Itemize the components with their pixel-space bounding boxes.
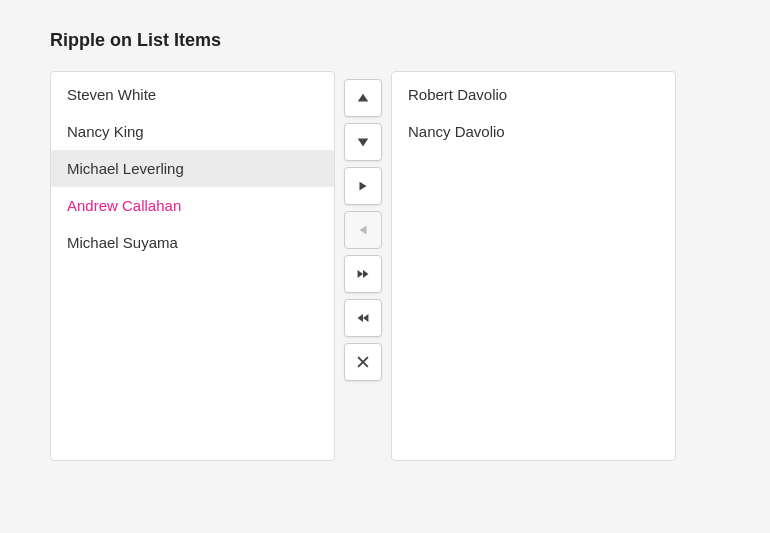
main-container: Steven WhiteNancy KingMichael LeverlingA… xyxy=(50,71,720,461)
controls-column xyxy=(335,71,391,389)
left-list-item-andrew-callahan[interactable]: Andrew Callahan xyxy=(51,187,334,224)
left-list: Steven WhiteNancy KingMichael LeverlingA… xyxy=(50,71,335,461)
right-list-item-robert-davolio[interactable]: Robert Davolio xyxy=(392,76,675,113)
remove-button[interactable] xyxy=(344,343,382,381)
svg-marker-1 xyxy=(358,139,369,147)
svg-marker-3 xyxy=(360,226,367,235)
right-list: Robert DavolioNancy Davolio xyxy=(391,71,676,461)
svg-marker-0 xyxy=(358,94,369,102)
move-all-left-button[interactable] xyxy=(344,299,382,337)
left-list-item-steven-white[interactable]: Steven White xyxy=(51,76,334,113)
move-right-button[interactable] xyxy=(344,167,382,205)
move-down-button[interactable] xyxy=(344,123,382,161)
left-list-item-nancy-king[interactable]: Nancy King xyxy=(51,113,334,150)
svg-marker-7 xyxy=(358,314,363,322)
page-title: Ripple on List Items xyxy=(50,30,720,51)
left-list-item-michael-suyama[interactable]: Michael Suyama xyxy=(51,224,334,261)
move-up-button[interactable] xyxy=(344,79,382,117)
svg-marker-4 xyxy=(358,270,363,278)
right-list-item-nancy-davolio[interactable]: Nancy Davolio xyxy=(392,113,675,150)
left-list-item-michael-leverling[interactable]: Michael Leverling xyxy=(51,150,334,187)
svg-marker-5 xyxy=(363,270,368,278)
svg-marker-6 xyxy=(363,314,368,322)
move-all-right-button[interactable] xyxy=(344,255,382,293)
move-left-button xyxy=(344,211,382,249)
svg-marker-2 xyxy=(360,182,367,191)
